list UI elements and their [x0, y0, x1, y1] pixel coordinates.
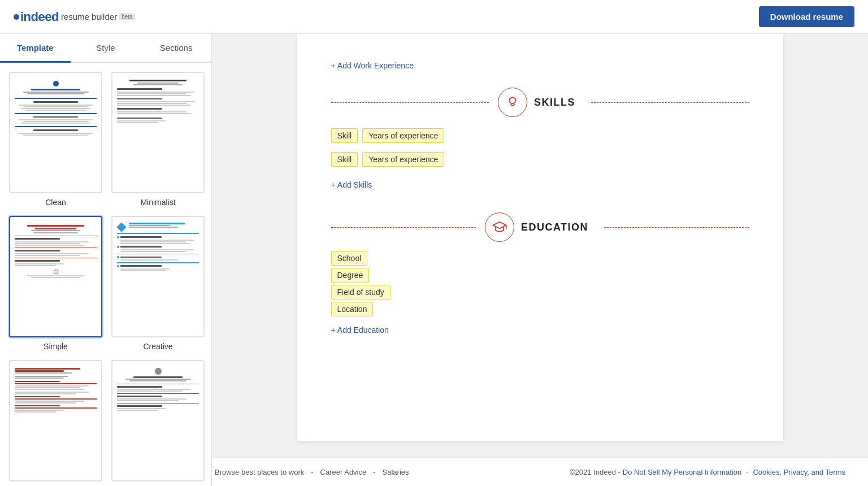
footer-copyright: ©2021 Indeed - — [570, 468, 620, 476]
skill-tag-1[interactable]: Skill — [331, 128, 358, 143]
main-content: + Add Work Experience — [212, 34, 868, 486]
svg-line-4 — [509, 98, 510, 98]
footer-legal: ©2021 Indeed - Do Not Sell My Personal I… — [570, 468, 845, 476]
field-of-study-tag[interactable]: Field of study — [331, 285, 390, 300]
education-degree-field: Degree — [331, 270, 749, 280]
skill-row-2: Skill Years of experience — [331, 152, 749, 167]
salaries-link[interactable]: Salaries — [383, 468, 409, 476]
browse-places-link[interactable]: Browse best places to work — [215, 468, 304, 476]
skill-years-tag-1[interactable]: Years of experience — [362, 128, 444, 143]
skill-row-1: Skill Years of experience — [331, 128, 749, 143]
template-card-minimalist[interactable]: Minimalist — [111, 72, 205, 207]
tab-bar: Template Style Sections — [0, 34, 211, 63]
add-work-experience-link[interactable]: + Add Work Experience — [331, 61, 414, 70]
skills-section-title: SKILLS — [534, 97, 575, 109]
add-skills-link[interactable]: + Add Skills — [331, 180, 372, 189]
logo-area: indeed resume builder beta — [14, 10, 135, 24]
education-location-field: Location — [331, 304, 749, 314]
skill-years-tag-2[interactable]: Years of experience — [362, 152, 444, 167]
skills-divider-right — [591, 102, 749, 103]
footer-legal-separator: - — [746, 468, 748, 476]
template-thumb-modern — [111, 360, 205, 481]
tab-style[interactable]: Style — [71, 34, 141, 62]
template-grid: Clean — [0, 63, 211, 486]
template-thumb-simple — [9, 216, 102, 337]
footer-separator-2: - — [373, 468, 375, 476]
education-divider-left — [331, 227, 476, 228]
resume-page: + Add Work Experience — [297, 34, 783, 441]
graduation-cap-icon — [492, 219, 507, 235]
lightbulb-icon — [505, 95, 520, 110]
svg-line-3 — [515, 98, 516, 98]
education-icon-wrap — [485, 212, 514, 242]
template-card-clean[interactable]: Clean — [9, 72, 102, 207]
tab-sections[interactable]: Sections — [141, 34, 211, 62]
template-card-executive[interactable]: Executive — [9, 360, 102, 486]
sidebar: Template Style Sections — [0, 34, 212, 486]
template-card-modern[interactable]: Modern — [111, 360, 205, 486]
education-section-header: EDUCATION — [331, 212, 749, 242]
header: indeed resume builder beta Download resu… — [0, 0, 868, 34]
svg-marker-5 — [493, 222, 506, 229]
template-label-creative: Creative — [143, 342, 172, 351]
cookies-privacy-link[interactable]: Cookies, Privacy, and Terms — [753, 468, 845, 476]
career-advice-link[interactable]: Career Advice — [320, 468, 367, 476]
education-section-title: EDUCATION — [521, 222, 588, 233]
template-label-simple: Simple — [44, 342, 68, 351]
tab-template[interactable]: Template — [0, 34, 71, 62]
skills-title-wrap: SKILLS — [498, 88, 582, 117]
template-card-simple[interactable]: Simple — [9, 216, 102, 351]
education-field-of-study-field: Field of study — [331, 287, 749, 297]
education-school-field: School — [331, 253, 749, 263]
svg-point-0 — [510, 97, 516, 103]
template-card-creative[interactable]: Creative — [111, 216, 205, 351]
location-tag[interactable]: Location — [331, 302, 374, 316]
skills-section-header: SKILLS — [331, 88, 749, 117]
resume-builder-text: resume builder — [61, 12, 117, 21]
template-label-clean: Clean — [45, 198, 66, 207]
template-thumb-clean — [9, 72, 102, 193]
indeed-wordmark: indeed — [20, 10, 59, 24]
degree-tag[interactable]: Degree — [331, 268, 370, 283]
skills-divider-left — [331, 102, 489, 103]
add-work-experience-section: + Add Work Experience — [331, 57, 749, 71]
template-thumb-creative — [111, 216, 205, 337]
footer-nav-links: Browse best places to work - Career Advi… — [215, 468, 409, 476]
indeed-logo: indeed resume builder beta — [14, 10, 135, 24]
template-label-minimalist: Minimalist — [140, 198, 175, 207]
template-thumb-minimalist — [111, 72, 205, 193]
do-not-sell-link[interactable]: Do Not Sell My Personal Information — [623, 468, 741, 476]
add-education-link[interactable]: + Add Education — [331, 326, 389, 335]
template-thumb-executive — [9, 360, 102, 481]
footer-separator-1: - — [311, 468, 313, 476]
indeed-dot-icon — [14, 14, 19, 20]
skill-tag-2[interactable]: Skill — [331, 152, 358, 167]
skills-icon-wrap — [498, 88, 527, 117]
school-tag[interactable]: School — [331, 251, 368, 266]
education-divider-right — [604, 227, 749, 228]
download-resume-button[interactable]: Download resume — [759, 6, 854, 27]
education-title-wrap: EDUCATION — [485, 212, 595, 242]
beta-badge: beta — [119, 13, 134, 20]
education-section: EDUCATION School Degree Field of study L… — [331, 212, 749, 335]
skills-section: SKILLS Skill Years of experience Skill Y… — [331, 88, 749, 190]
